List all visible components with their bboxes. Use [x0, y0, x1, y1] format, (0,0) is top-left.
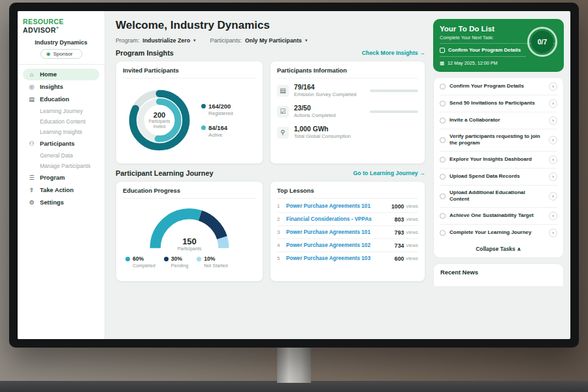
task-item[interactable]: Achieve One Sustainability Target › [440, 208, 557, 225]
chevron-right-icon[interactable]: › [549, 172, 557, 181]
task-checkbox[interactable] [440, 84, 446, 90]
task-item[interactable]: Send 50 Invitations to Participants › [440, 95, 557, 112]
task-checkbox[interactable] [440, 230, 446, 236]
consumption-pin-icon: ⚲ [277, 127, 289, 139]
registered-dot-icon [201, 104, 206, 108]
legend-item-pending: 30% Pending [164, 255, 188, 269]
task-item[interactable]: Upload Spend Data Records › [440, 169, 557, 186]
task-checkbox[interactable] [440, 101, 446, 106]
sponsor-badge[interactable]: ◉ Sponsor [41, 49, 82, 59]
recent-news-card[interactable]: Recent News [433, 263, 564, 286]
insights-icon: ◎ [28, 84, 35, 90]
lesson-link[interactable]: Financial Considerations - VPPAs [286, 216, 395, 222]
education-progress-card: Education Progress 150 Participants [116, 181, 263, 282]
task-item[interactable]: Explore Your Insights Dashboard › [440, 152, 557, 169]
donut-center-value: 200 [154, 111, 165, 119]
legend-item-registered: 164/200 Registered [201, 103, 233, 116]
stat-value: 79/164 [294, 84, 367, 91]
sidebar-item-label: Education [40, 96, 69, 103]
chevron-right-icon[interactable]: › [549, 229, 557, 237]
chevron-down-icon: ▾ [193, 38, 196, 43]
sidebar-item-learning-insights[interactable]: Learning Insights [23, 127, 99, 137]
card-title: Top Lessons [277, 188, 418, 199]
lesson-views: 600 [395, 255, 404, 262]
program-icon: ☰ [28, 174, 35, 181]
donut-legend: 164/200 Registered 84/164 Active [201, 103, 233, 138]
participants-filter[interactable]: Participants: Only My Participants ▾ [210, 37, 308, 44]
legend-value: 84/164 [208, 124, 227, 131]
go-to-learning-journey-link[interactable]: Go to Learning Journey → [353, 170, 425, 176]
lesson-link[interactable]: Power Purchase Agreements 101 [286, 229, 395, 235]
legend-item-active: 84/164 Active [201, 124, 233, 138]
lesson-link[interactable]: Power Purchase Agreements 103 [286, 255, 395, 261]
card-title: Education Progress [123, 188, 256, 199]
chevron-right-icon[interactable]: › [549, 116, 557, 125]
chevron-right-icon[interactable]: › [549, 82, 557, 91]
task-label: Complete Your Learning Journey [449, 229, 545, 236]
dashboard-screen: RESOURCE ADVISOR+ Industry Dynamics ◉ Sp… [18, 11, 570, 339]
todo-next-task[interactable]: Confirm Your Program Details [440, 44, 526, 57]
task-label: Explore Your Insights Dashboard [449, 156, 545, 163]
actions-progress-bar [370, 110, 418, 113]
sidebar-item-program[interactable]: ☰ Program [23, 172, 99, 184]
sidebar-item-education-content[interactable]: Education Content [23, 116, 99, 127]
lesson-link[interactable]: Power Purchase Agreements 101 [286, 203, 391, 209]
task-label: Upload Additional Educational Content [449, 189, 545, 203]
task-item[interactable]: Verify participants requesting to join t… [440, 129, 557, 152]
lesson-views-label: views [406, 229, 418, 235]
task-item[interactable]: Complete Your Learning Journey › [440, 225, 557, 241]
todo-progress-ring: 0/7 [527, 27, 557, 57]
chevron-right-icon[interactable]: › [549, 212, 557, 220]
task-checkbox[interactable] [440, 118, 446, 123]
task-checkbox[interactable] [440, 174, 446, 180]
gauge-center-value: 150 [140, 237, 238, 246]
lesson-rank: 1 [277, 203, 286, 209]
invited-participants-card: Invited Participants [116, 61, 263, 164]
lesson-link[interactable]: Power Purchase Agreements 102 [286, 242, 395, 248]
task-checkbox[interactable] [440, 137, 446, 143]
lesson-row: 1 Power Purchase Agreements 101 1000 vie… [277, 200, 418, 213]
legend-label: Active [201, 132, 233, 138]
legend-item-not-started: 10% Not Started [197, 255, 227, 269]
stat-label: Emission Survey Completed [294, 91, 367, 97]
stat-emission-survey: ▤ 79/164 Emission Survey Completed [277, 84, 418, 97]
chevron-right-icon[interactable]: › [549, 192, 557, 201]
sidebar-item-manage-participants[interactable]: Manage Participants [23, 161, 99, 171]
page-title: Welcome, Industry Dynamics [116, 19, 425, 32]
lesson-rank: 5 [277, 255, 286, 261]
task-checkbox[interactable] [440, 213, 446, 219]
chevron-right-icon[interactable]: › [549, 99, 557, 108]
task-checkbox[interactable] [440, 193, 446, 199]
task-item[interactable]: Upload Additional Educational Content › [440, 186, 557, 208]
program-filter[interactable]: Program: Industrialize Zero ▾ [116, 37, 196, 44]
task-checkbox[interactable] [440, 157, 446, 163]
brand-advisor: ADVISOR [23, 26, 56, 34]
chevron-right-icon[interactable]: › [549, 136, 557, 144]
task-list-card: Confirm Your Program Details › Send 50 I… [433, 77, 564, 258]
sidebar-item-home[interactable]: ⌂ Home [23, 69, 99, 80]
card-title: Invited Participants [123, 67, 256, 78]
sidebar-item-general-data[interactable]: General Data [23, 150, 99, 161]
chevron-right-icon[interactable]: › [549, 155, 557, 164]
recent-news-title: Recent News [440, 269, 478, 276]
task-label: Upload Spend Data Records [449, 173, 545, 180]
collapse-tasks-link[interactable]: Collapse Tasks ∧ [440, 241, 557, 257]
program-filter-label: Program: [116, 37, 139, 44]
take-action-icon: ⇪ [28, 187, 35, 193]
task-item[interactable]: Invite a Collaborator › [440, 112, 557, 129]
task-label: Send 50 Invitations to Participants [449, 100, 545, 106]
checkbox-icon[interactable] [440, 48, 445, 53]
lesson-views: 1000 [391, 203, 404, 210]
sidebar-item-settings[interactable]: ⚙ Settings [23, 197, 99, 208]
sidebar-item-label: Home [40, 71, 57, 78]
sidebar-item-learning-journey[interactable]: Learning Journey [23, 106, 99, 116]
check-more-insights-link[interactable]: Check More Insights → [362, 50, 425, 56]
sidebar-item-education[interactable]: ▤ Education [23, 93, 99, 105]
sidebar-item-take-action[interactable]: ⇪ Take Action [23, 184, 99, 196]
pending-dot-icon [164, 257, 169, 261]
sidebar-item-participants[interactable]: ⚇ Participants [23, 138, 99, 150]
lesson-views-label: views [406, 203, 418, 209]
task-item[interactable]: Confirm Your Program Details › [440, 78, 557, 95]
sidebar-item-insights[interactable]: ◎ Insights [23, 81, 99, 93]
participants-information-card: Participants Information ▤ 79/164 Emissi… [270, 61, 425, 164]
